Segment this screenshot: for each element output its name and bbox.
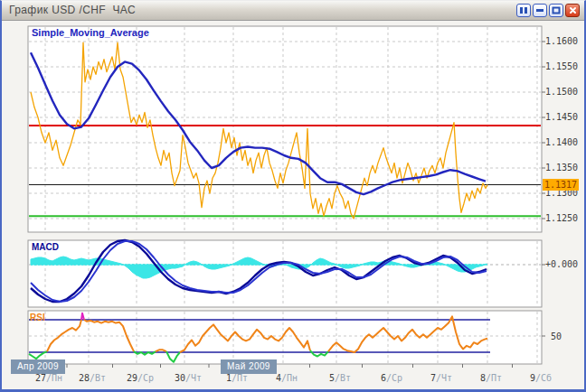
- macd-zero-label: +0.000: [545, 259, 578, 269]
- price-axis-label: 1.1550: [545, 61, 578, 71]
- rsi-indicator-label: RSI: [30, 313, 45, 322]
- current-price-badge: 1.1317: [543, 179, 579, 191]
- time-axis-label: 27/Пн: [31, 373, 67, 383]
- window-titlebar[interactable]: График USD /CHF ЧАС: [2, 1, 584, 21]
- time-axis-label: 1/Пт: [219, 373, 255, 383]
- chart-body: Simple_Moving_Average MACD RSI 1.16001.1…: [2, 21, 584, 389]
- month-badge-apr: Апр 2009: [11, 359, 65, 374]
- macd-indicator-label: MACD: [32, 242, 59, 252]
- price-axis-label: 1.1250: [545, 213, 578, 223]
- close-icon: [569, 4, 577, 17]
- time-axis-label: 28/Вт: [74, 373, 110, 383]
- window-buttons: [516, 4, 580, 17]
- time-axis-label: 29/Ср: [122, 373, 158, 383]
- rsi-pane: [28, 311, 542, 364]
- time-axis-label: 6/Ср: [373, 373, 410, 383]
- time-axis-label: 5/Вт: [322, 373, 358, 383]
- chart-window: График USD /CHF ЧАС: [0, 0, 586, 392]
- time-axis-label: 4/Пн: [269, 373, 305, 383]
- sma-indicator-label: Simple_Moving_Average: [32, 27, 149, 38]
- window-title: График USD /CHF ЧАС: [9, 1, 136, 20]
- pause-button[interactable]: [516, 4, 531, 17]
- maximize-icon: [552, 4, 561, 17]
- time-axis-label: 9/Сб: [523, 373, 559, 383]
- close-button[interactable]: [565, 4, 580, 17]
- pause-icon: [519, 4, 528, 17]
- month-badge-may: Май 2009: [221, 359, 277, 374]
- minimize-button[interactable]: [533, 4, 547, 17]
- price-axis-label: 1.1400: [545, 137, 578, 147]
- minimize-icon: [535, 4, 544, 17]
- time-axis-label: 30/Чт: [170, 373, 206, 383]
- time-axis-label: 8/Пт: [473, 373, 509, 383]
- price-axis-label: 1.1500: [545, 87, 578, 97]
- price-axis-label: 1.1600: [545, 36, 578, 46]
- price-axis-label: 1.1450: [545, 112, 578, 122]
- price-axis-label: 1.1350: [545, 163, 578, 173]
- rsi-50-label: 50: [551, 331, 562, 341]
- time-axis-label: 7/Чт: [423, 373, 459, 383]
- maximize-button[interactable]: [549, 4, 563, 17]
- chart-canvas[interactable]: [2, 21, 584, 389]
